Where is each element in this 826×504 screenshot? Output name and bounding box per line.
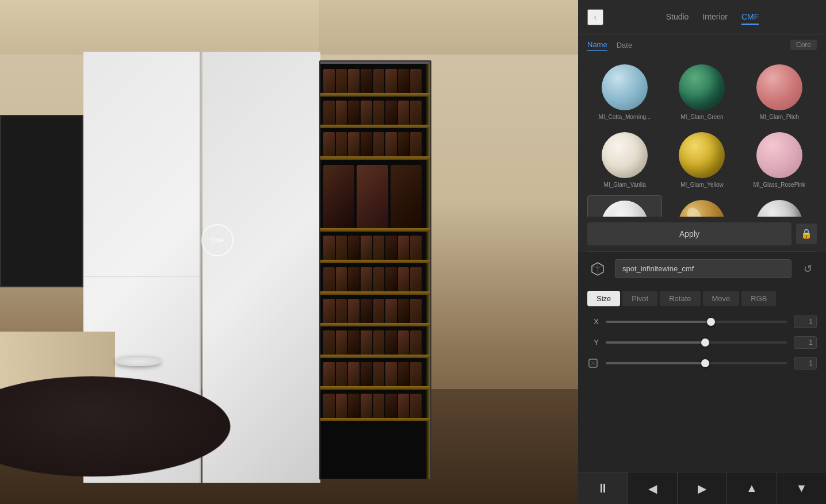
shelf-4 (320, 228, 430, 232)
wine-row-6 (323, 266, 422, 294)
material-item-ml_metal_silver[interactable]: MI_Metal_Silver (742, 195, 817, 217)
sort-row: Name Date Core (578, 34, 826, 55)
slider-row-y: Y1 (587, 336, 817, 349)
material-item-ml_glam_green[interactable]: MI_Glam_Green (664, 60, 739, 125)
fridge-divider (83, 276, 201, 277)
slider-value-x: 1 (794, 316, 817, 328)
transform-tab-rotate[interactable]: Rotate (660, 291, 700, 306)
material-ball-ml_infinite_copper (679, 200, 725, 217)
wine-row-10 (323, 392, 422, 421)
shelf-1 (320, 93, 430, 97)
shelf-5 (320, 260, 430, 263)
bottom-controls: ⏸◀▶▲▼ (578, 472, 826, 504)
up-button[interactable]: ▲ (727, 472, 777, 504)
shelf-2 (320, 125, 430, 128)
material-ball-ml_glass_white (602, 201, 648, 217)
next-button[interactable]: ▶ (678, 472, 727, 504)
material-item-ml_glam_vanilla[interactable]: MI_Glam_Vanila (587, 128, 662, 193)
transform-tab-size[interactable]: Size (587, 291, 620, 306)
slider-fill-z (606, 362, 705, 364)
apply-button[interactable]: Apply (587, 222, 791, 245)
slider-label-y: Y (587, 338, 599, 347)
slider-label-x: X (587, 317, 599, 326)
shelf-7 (320, 323, 430, 326)
right-panel: ‹ Studio Interior CMF Name Date Core MI_… (578, 0, 826, 504)
core-filter[interactable]: Core (790, 40, 817, 50)
shelf-8 (320, 355, 430, 358)
cmf-indicator[interactable]: CMF (201, 224, 234, 256)
transform-tab-move[interactable]: Move (703, 291, 740, 306)
material-name-ml_cotta_morning: MI_Cotta_Morning... (599, 114, 651, 121)
wine-row-9 (323, 360, 422, 389)
shelf-top (320, 61, 430, 64)
back-icon: ‹ (594, 12, 596, 22)
slider-thumb-x[interactable] (707, 318, 715, 326)
material-ball-ml_metal_silver (756, 200, 802, 217)
material-ball-ml_glam_vanilla (602, 132, 648, 178)
slider-thumb-y[interactable] (701, 338, 709, 347)
shelf-10 (320, 418, 430, 421)
transform-tab-pivot[interactable]: Pivot (622, 291, 657, 306)
back-button[interactable]: ‹ (587, 9, 603, 25)
tab-studio[interactable]: Studio (666, 10, 689, 25)
tab-cmf[interactable]: CMF (741, 10, 759, 25)
pause-button[interactable]: ⏸ (578, 472, 628, 504)
cmf-object-row: ↺ (578, 252, 826, 286)
plate (115, 357, 161, 366)
slider-fill-y (606, 341, 705, 344)
oven (0, 115, 83, 287)
sort-by-name[interactable]: Name (587, 39, 607, 51)
slider-track-x[interactable] (606, 321, 787, 323)
tab-interior[interactable]: Interior (702, 10, 728, 25)
wine-row-1 (323, 67, 422, 96)
wine-cabinet-light (426, 61, 430, 479)
transform-tab-rgb[interactable]: RGB (741, 291, 776, 306)
wine-row-8 (323, 329, 422, 357)
down-button[interactable]: ▼ (777, 472, 826, 504)
upper-cabinet-left (0, 0, 319, 55)
slider-track-z[interactable] (606, 362, 787, 364)
cmf-object-icon (587, 259, 608, 279)
slider-value-z: 1 (794, 357, 817, 370)
scale-icon (587, 357, 599, 369)
slider-track-y[interactable] (606, 341, 787, 344)
slider-row-x: X1 (587, 316, 817, 328)
cmf-object-input[interactable] (615, 259, 791, 278)
cmf-indicator-label: CMF (210, 237, 224, 244)
material-name-ml_glam_pitch: MI_Glam_Pitch (760, 114, 799, 121)
slider-section: X1Y1 1 (578, 311, 826, 472)
material-ball-ml_glam_yellow (679, 132, 725, 178)
previous-button[interactable]: ◀ (628, 472, 677, 504)
sort-by-date[interactable]: Date (617, 40, 632, 51)
lock-button[interactable]: 🔒 (796, 224, 817, 244)
apply-row: Apply 🔒 (578, 217, 826, 251)
slider-row-z: 1 (587, 357, 817, 370)
material-ball-ml_cotta_morning (602, 64, 648, 110)
shelf-9 (320, 386, 430, 390)
slider-thumb-z[interactable] (701, 359, 709, 367)
wine-row-3 (323, 130, 422, 159)
shelf-3 (320, 156, 430, 160)
lock-icon: 🔒 (801, 228, 812, 239)
slider-fill-x (606, 321, 711, 323)
refresh-icon: ↺ (804, 263, 812, 275)
material-item-ml_cotta_morning[interactable]: MI_Cotta_Morning... (587, 60, 662, 125)
material-item-ml_glam_pitch[interactable]: MI_Glam_Pitch (742, 60, 817, 125)
material-ball-ml_glam_pitch (756, 64, 802, 110)
shelf-6 (320, 291, 430, 295)
wine-row-5 (323, 234, 422, 263)
material-item-ml_glam_yellow[interactable]: MI_Glam_Yellow (664, 128, 739, 193)
header-tabs: Studio Interior CMF (608, 10, 817, 25)
wine-cabinet (319, 60, 431, 480)
material-name-ml_glam_yellow: MI_Glam_Yellow (680, 182, 724, 188)
panel-header: ‹ Studio Interior CMF (578, 0, 826, 34)
material-item-ml_glass_white[interactable]: MI_Glass_White (587, 195, 662, 217)
material-name-ml_glass_rosepink: MI_Glass_RosePink (754, 182, 806, 188)
wine-row-7 (323, 297, 422, 326)
refresh-button[interactable]: ↺ (798, 260, 817, 278)
material-grid: MI_Cotta_Morning...MI_Glam_GreenMI_Glam_… (578, 55, 826, 217)
wine-row-2 (323, 99, 422, 128)
slider-value-y: 1 (794, 336, 817, 349)
material-item-ml_infinite_copper[interactable]: MI_Infinite_Copper (664, 195, 739, 217)
material-item-ml_glass_rosepink[interactable]: MI_Glass_RosePink (742, 128, 817, 193)
